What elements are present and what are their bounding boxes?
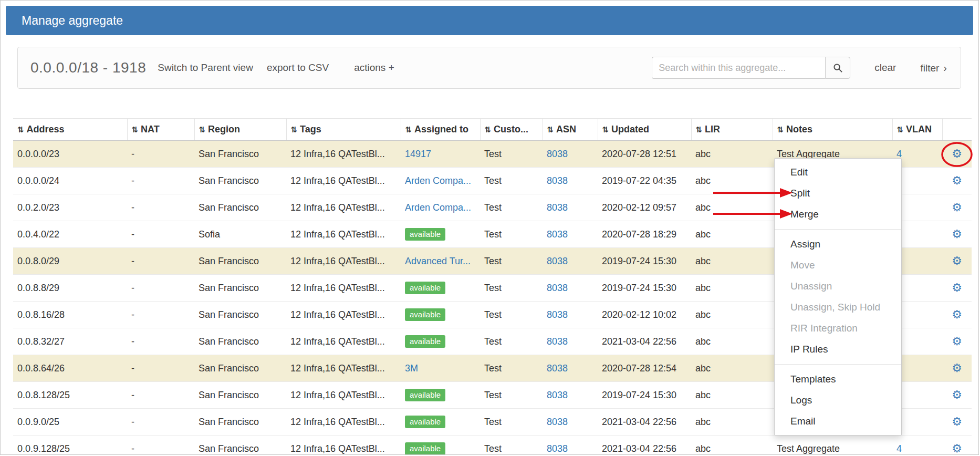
cell-nat: - (127, 221, 194, 248)
asn-link[interactable]: 8038 (547, 229, 568, 240)
assigned-link[interactable]: 3M (405, 363, 418, 374)
asn-link[interactable]: 8038 (547, 202, 568, 213)
sort-icon: ⇅ (777, 125, 784, 134)
column-header-lir[interactable]: ⇅LIR (691, 119, 773, 141)
asn-link[interactable]: 8038 (547, 417, 568, 427)
gear-icon[interactable]: ⚙ (952, 335, 962, 348)
gear-icon[interactable]: ⚙ (952, 361, 962, 375)
available-badge: available (405, 442, 445, 455)
cell-customer: Test (480, 168, 543, 194)
clear-link[interactable]: clear (874, 62, 896, 74)
assigned-link[interactable]: Arden Compa... (405, 175, 471, 186)
context-menu: EditSplitMergeAssignMoveUnassignUnassign… (774, 158, 902, 436)
menu-item-assign[interactable]: Assign (775, 234, 901, 255)
asn-link[interactable]: 8038 (547, 309, 568, 320)
column-header-updated[interactable]: ⇅Updated (598, 119, 691, 141)
column-header-assigned[interactable]: ⇅Assigned to (401, 119, 480, 141)
column-header-region[interactable]: ⇅Region (194, 119, 286, 141)
asn-link[interactable]: 8038 (547, 256, 568, 266)
assigned-link[interactable]: 14917 (405, 149, 431, 159)
menu-divider (775, 364, 901, 365)
vlan-link[interactable]: 4 (896, 149, 902, 159)
gear-icon[interactable]: ⚙ (952, 174, 962, 187)
gear-icon[interactable]: ⚙ (952, 254, 962, 267)
menu-item-email[interactable]: Email (775, 411, 901, 432)
gear-icon[interactable]: ⚙ (952, 415, 962, 428)
cell-actions: ⚙ (942, 409, 972, 436)
column-header-address[interactable]: ⇅Address (13, 119, 127, 141)
asn-link[interactable]: 8038 (547, 283, 568, 293)
available-badge: available (405, 335, 445, 348)
gear-icon[interactable]: ⚙ (952, 147, 962, 160)
cell-tags: 12 Infra,16 QATestBl... (286, 221, 401, 248)
cell-updated: 2021-03-04 22:56 (598, 436, 691, 455)
cell-nat: - (127, 141, 194, 168)
asn-link[interactable]: 8038 (547, 336, 568, 347)
cell-lir: abc (691, 221, 773, 248)
menu-item-rir-integration: RIR Integration (775, 318, 901, 339)
filter-link[interactable]: filter› (920, 62, 947, 74)
asn-link[interactable]: 8038 (547, 149, 568, 159)
menu-item-logs[interactable]: Logs (775, 390, 901, 411)
column-header-actions (942, 119, 972, 141)
asn-link[interactable]: 8038 (547, 175, 568, 186)
cell-lir: abc (691, 141, 773, 168)
cell-assigned: available (401, 328, 480, 355)
menu-item-edit[interactable]: Edit (775, 162, 901, 183)
cell-updated: 2019-07-24 15:30 (598, 248, 691, 275)
available-badge: available (405, 308, 445, 321)
cell-customer: Test (480, 382, 543, 409)
assigned-link[interactable]: Advanced Tur... (405, 256, 471, 266)
cell-tags: 12 Infra,16 QATestBl... (286, 141, 401, 168)
gear-icon[interactable]: ⚙ (952, 281, 962, 294)
cell-asn: 8038 (543, 382, 598, 409)
column-header-vlan[interactable]: ⇅VLAN (892, 119, 942, 141)
cell-customer: Test (480, 355, 543, 382)
asn-link[interactable]: 8038 (547, 363, 568, 374)
sort-icon: ⇅ (897, 125, 904, 134)
cell-tags: 12 Infra,16 QATestBl... (286, 436, 401, 455)
cell-assigned: available (401, 436, 480, 455)
gear-icon[interactable]: ⚙ (952, 201, 962, 214)
column-header-nat[interactable]: ⇅NAT (127, 119, 194, 141)
cell-nat: - (127, 436, 194, 455)
actions-menu-button[interactable]: actions + (354, 62, 394, 74)
assigned-link[interactable]: Arden Compa... (405, 202, 471, 213)
cell-lir: abc (691, 168, 773, 194)
vlan-link[interactable]: 4 (896, 443, 902, 454)
cell-actions: ⚙ (942, 355, 972, 382)
gear-icon[interactable]: ⚙ (952, 227, 962, 241)
cell-lir: abc (691, 328, 773, 355)
menu-item-split[interactable]: Split (775, 183, 901, 204)
column-header-tags[interactable]: ⇅Tags (286, 119, 401, 141)
asn-link[interactable]: 8038 (547, 390, 568, 400)
cell-customer: Test (480, 275, 543, 302)
cell-tags: 12 Infra,16 QATestBl... (286, 168, 401, 194)
cell-region: San Francisco (194, 382, 286, 409)
menu-item-merge[interactable]: Merge (775, 204, 901, 225)
menu-item-ip-rules[interactable]: IP Rules (775, 339, 901, 360)
menu-item-templates[interactable]: Templates (775, 369, 901, 390)
cell-lir: abc (691, 382, 773, 409)
sort-icon: ⇅ (485, 125, 492, 134)
search-icon (833, 63, 843, 73)
cell-asn: 8038 (543, 141, 598, 168)
cell-tags: 12 Infra,16 QATestBl... (286, 409, 401, 436)
asn-link[interactable]: 8038 (547, 443, 568, 454)
gear-icon[interactable]: ⚙ (952, 388, 962, 401)
gear-icon[interactable]: ⚙ (952, 442, 962, 455)
cell-customer: Test (480, 248, 543, 275)
cell-updated: 2020-07-28 12:51 (598, 141, 691, 168)
column-header-notes[interactable]: ⇅Notes (773, 119, 892, 141)
menu-item-unassign-skip-hold: Unassign, Skip Hold (775, 297, 901, 318)
cell-lir: abc (691, 275, 773, 302)
export-csv-link[interactable]: export to CSV (267, 62, 329, 74)
search-input[interactable] (652, 57, 825, 79)
cell-lir: abc (691, 409, 773, 436)
switch-parent-view-link[interactable]: Switch to Parent view (158, 62, 253, 74)
cell-nat: - (127, 328, 194, 355)
search-button[interactable] (825, 57, 850, 79)
gear-icon[interactable]: ⚙ (952, 308, 962, 321)
column-header-customer[interactable]: ⇅Custo... (480, 119, 543, 141)
column-header-asn[interactable]: ⇅ASN (543, 119, 598, 141)
